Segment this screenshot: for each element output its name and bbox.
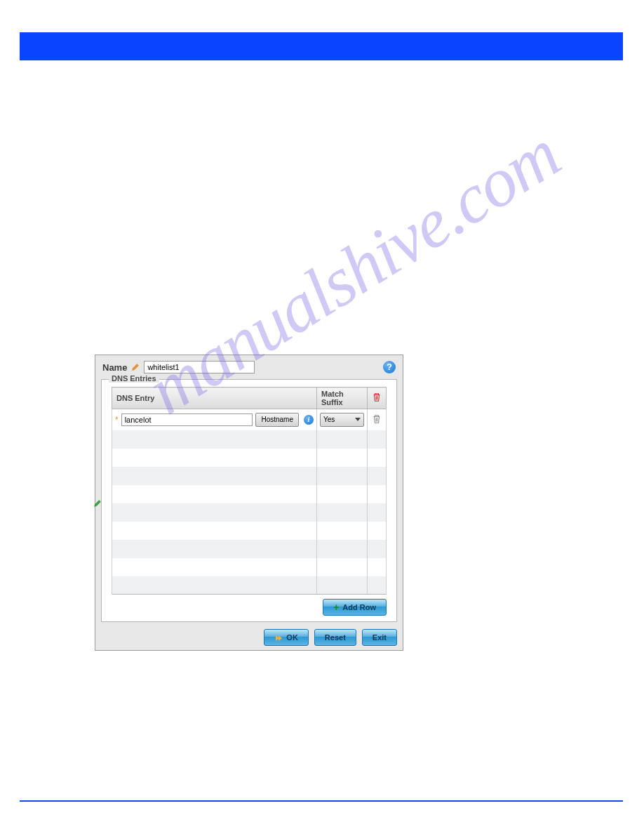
name-label: Name	[102, 362, 127, 373]
col-header-suffix: Match Suffix	[317, 388, 368, 409]
chevron-down-icon	[355, 418, 361, 421]
info-icon[interactable]: i	[304, 415, 314, 425]
table-row	[112, 485, 387, 503]
table-row	[112, 522, 387, 540]
add-row-label: Add Row	[342, 603, 376, 611]
match-suffix-value: Yes	[323, 416, 335, 423]
table-row	[112, 430, 387, 449]
table-row	[112, 576, 387, 595]
exit-button[interactable]: Exit	[362, 629, 397, 646]
table-row	[112, 467, 387, 485]
dns-entries-table: DNS Entry Match Suffix * Hos	[112, 387, 387, 595]
match-suffix-select[interactable]: Yes	[320, 413, 364, 427]
table-row: * Hostname i Yes	[112, 409, 387, 430]
name-input[interactable]	[144, 361, 255, 373]
dns-whitelist-panel: Name ? DNS Entries DNS Entry Match Suffi…	[95, 355, 403, 651]
ok-label: OK	[286, 633, 298, 642]
table-row	[112, 558, 387, 576]
table-row	[112, 449, 387, 467]
help-icon[interactable]: ?	[383, 361, 396, 373]
ok-button[interactable]: OK	[264, 629, 309, 646]
reset-label: Reset	[325, 633, 346, 642]
footer-rule	[20, 800, 623, 802]
add-row-button[interactable]: + Add Row	[323, 599, 387, 616]
fieldset-legend: DNS Entries	[109, 374, 159, 383]
exit-label: Exit	[373, 633, 387, 642]
required-star-icon: *	[115, 415, 119, 425]
dns-entry-input[interactable]	[121, 413, 253, 426]
delete-all-icon[interactable]	[372, 392, 382, 402]
edit-entries-icon[interactable]	[93, 499, 102, 508]
dns-entries-fieldset: DNS Entries DNS Entry Match Suffix	[101, 379, 397, 622]
table-row	[112, 503, 387, 522]
plus-icon: +	[333, 602, 339, 612]
delete-row-icon[interactable]	[372, 414, 382, 424]
reset-button[interactable]: Reset	[314, 629, 356, 646]
top-blue-bar	[20, 32, 623, 60]
table-row	[112, 540, 387, 558]
edit-name-icon[interactable]	[131, 363, 140, 371]
entry-type-button[interactable]: Hostname	[255, 413, 299, 427]
ok-chevrons-icon	[274, 634, 283, 641]
col-header-delete[interactable]	[368, 388, 387, 409]
col-header-entry: DNS Entry	[112, 388, 317, 409]
dialog-buttons: OK Reset Exit	[100, 626, 398, 646]
